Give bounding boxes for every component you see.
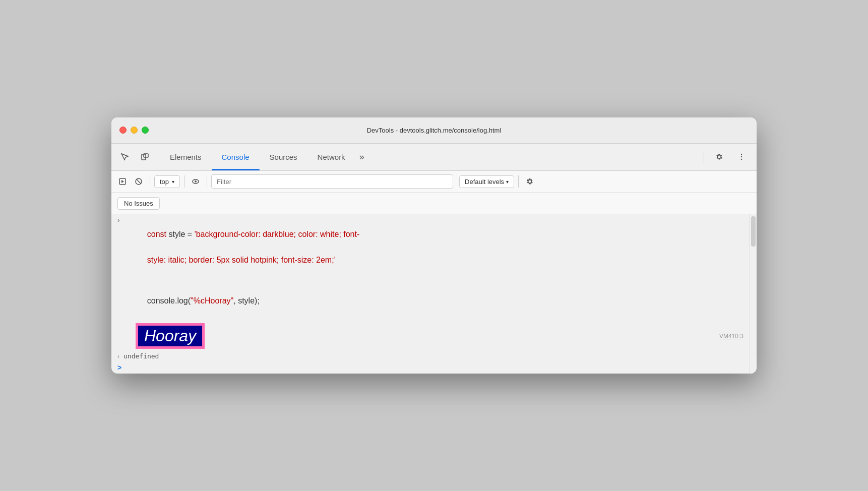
tab-bar-right [702,148,753,166]
tab-console[interactable]: Console [212,144,260,170]
run-script-button[interactable] [115,174,130,189]
console-settings-button[interactable] [523,174,537,189]
minimize-button[interactable] [131,127,138,134]
context-selector[interactable]: top ▾ [154,175,180,188]
more-tabs-button[interactable]: » [355,152,368,162]
undefined-value: undefined [123,352,159,360]
console-toolbar: top ▾ Default levels ▾ [111,171,757,193]
arrow-left-icon: ‹ [117,353,119,360]
svg-point-10 [195,180,197,182]
svg-point-3 [741,156,742,157]
const-keyword: const [147,230,166,238]
eye-button[interactable] [189,174,203,189]
maximize-button[interactable] [142,127,149,134]
svg-point-2 [741,154,742,155]
console-wrapper: › const style = 'background-color: darkb… [111,214,757,374]
svg-marker-6 [121,180,124,183]
no-issues-button[interactable]: No Issues [117,197,160,210]
devtools-icons [115,148,154,166]
console-output: › const style = 'background-color: darkb… [111,214,750,374]
main-tabs: Elements Console Sources Network » [160,144,702,170]
issues-bar: No Issues [111,193,757,214]
block-button[interactable] [132,174,146,189]
divider-1 [150,175,150,188]
svg-line-8 [137,179,141,184]
svg-point-4 [741,159,742,160]
input-prompt: › [117,216,119,224]
divider-2 [184,175,184,188]
hooray-output-line: Hooray VM410:3 [111,321,750,351]
style-string-1: 'background-color: darkblue; color: whit… [195,230,360,238]
divider-4 [518,175,519,188]
close-button[interactable] [119,127,127,134]
default-levels-chevron: ▾ [506,179,509,185]
log-code: console.log("%cHooray", style); [125,282,259,321]
traffic-lights [119,127,149,134]
console-input-line: › const style = 'background-color: darkb… [111,214,750,281]
tab-sources[interactable]: Sources [260,144,307,170]
devtools-window: DevTools - devtools.glitch.me/console/lo… [111,117,757,374]
scrollbar[interactable] [750,214,757,374]
context-chevron: ▾ [172,179,174,185]
vm-reference-link[interactable]: VM410:3 [711,333,743,340]
filter-input[interactable] [211,174,453,189]
cursor-prompt-icon: > [117,363,121,372]
device-toggle-button[interactable] [136,148,154,166]
settings-icon-button[interactable] [710,148,728,166]
default-levels-label: Default levels [465,178,504,186]
style-string-2: style: italic; border: 5px solid hotpink… [147,256,336,264]
hooray-styled-text: Hooray [136,323,205,349]
divider [704,151,704,163]
undefined-line: ‹ undefined [111,351,750,361]
tab-elements[interactable]: Elements [160,144,212,170]
cursor-line[interactable]: > [111,361,750,374]
divider-3 [207,175,207,188]
context-label: top [160,178,169,186]
more-options-button[interactable] [732,148,751,166]
code-block: const style = 'background-color: darkblu… [125,215,359,280]
default-levels-selector[interactable]: Default levels ▾ [459,175,514,188]
tab-bar: Elements Console Sources Network » [111,144,757,171]
window-title: DevTools - devtools.glitch.me/console/lo… [367,127,502,134]
hooray-output-area: Hooray [136,323,711,349]
title-bar: DevTools - devtools.glitch.me/console/lo… [111,117,757,144]
inspect-icon-button[interactable] [115,148,134,166]
tab-network[interactable]: Network [307,144,355,170]
console-log-line: › console.log("%cHooray", style); [111,281,750,322]
scrollbar-thumb[interactable] [751,216,756,247]
